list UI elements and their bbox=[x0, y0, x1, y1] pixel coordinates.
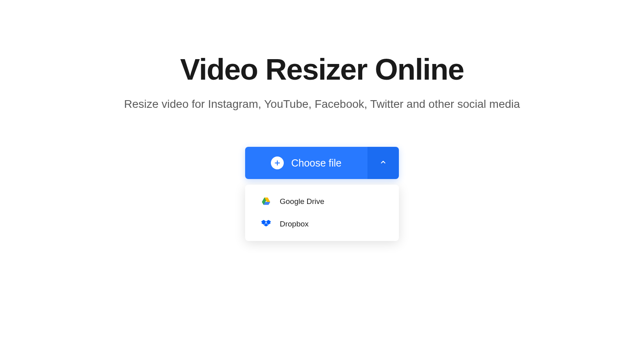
source-option-dropbox[interactable]: Dropbox bbox=[245, 213, 399, 235]
google-drive-icon bbox=[261, 197, 271, 206]
source-dropdown-toggle[interactable] bbox=[367, 147, 399, 179]
choose-file-button-group: Choose file bbox=[245, 147, 399, 179]
source-dropdown-menu: Google Drive bbox=[245, 185, 399, 241]
source-option-label: Google Drive bbox=[280, 197, 324, 206]
page-title: Video Resizer Online bbox=[180, 52, 464, 86]
page-subtitle: Resize video for Instagram, YouTube, Fac… bbox=[124, 98, 520, 111]
choose-file-button[interactable]: Choose file bbox=[245, 147, 367, 179]
chevron-up-icon bbox=[380, 158, 387, 167]
source-option-label: Dropbox bbox=[280, 220, 309, 228]
plus-icon bbox=[271, 156, 284, 169]
upload-section: Choose file bbox=[245, 147, 399, 241]
choose-file-label: Choose file bbox=[291, 157, 341, 169]
source-option-google-drive[interactable]: Google Drive bbox=[245, 190, 399, 213]
dropbox-icon bbox=[261, 219, 271, 229]
